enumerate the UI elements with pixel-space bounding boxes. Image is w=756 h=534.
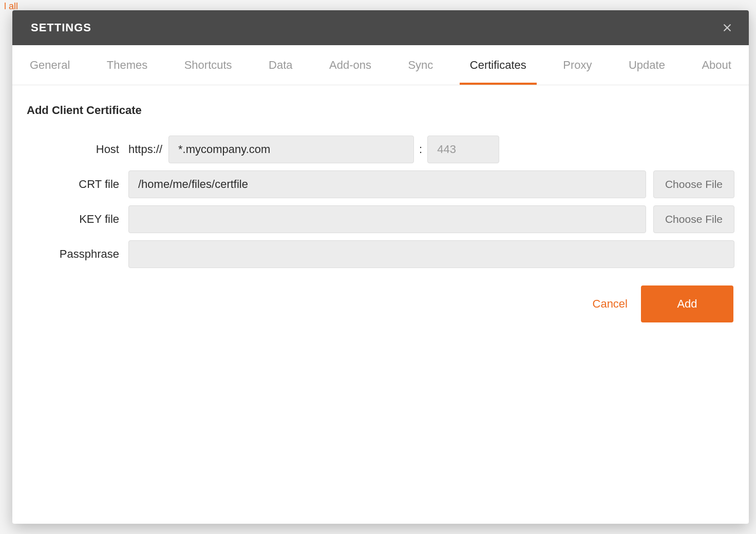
close-icon bbox=[722, 23, 732, 33]
form-actions: Cancel Add bbox=[27, 285, 734, 322]
passphrase-label: Passphrase bbox=[27, 247, 128, 261]
tab-sync[interactable]: Sync bbox=[405, 46, 436, 84]
passphrase-input[interactable] bbox=[128, 240, 734, 268]
tab-about[interactable]: About bbox=[698, 46, 734, 84]
crt-row: CRT file Choose File bbox=[27, 170, 734, 198]
host-label: Host bbox=[27, 143, 128, 156]
section-title: Add Client Certificate bbox=[27, 104, 734, 117]
tab-themes[interactable]: Themes bbox=[104, 46, 150, 84]
tab-general[interactable]: General bbox=[27, 46, 73, 84]
host-port-separator: : bbox=[419, 143, 422, 156]
host-row: Host https:// : bbox=[27, 136, 734, 163]
host-prefix: https:// bbox=[128, 143, 162, 156]
crt-choose-file-button[interactable]: Choose File bbox=[653, 170, 734, 198]
tab-certificates[interactable]: Certificates bbox=[467, 46, 530, 84]
close-button[interactable] bbox=[718, 18, 736, 37]
tab-update[interactable]: Update bbox=[626, 46, 668, 84]
cancel-button[interactable]: Cancel bbox=[593, 297, 628, 311]
host-input[interactable] bbox=[168, 136, 414, 163]
tab-proxy[interactable]: Proxy bbox=[560, 46, 595, 84]
key-file-input[interactable] bbox=[128, 205, 646, 233]
modal-title: SETTINGS bbox=[31, 21, 91, 34]
tab-shortcuts[interactable]: Shortcuts bbox=[181, 46, 235, 84]
crt-file-input[interactable] bbox=[128, 170, 646, 198]
key-label: KEY file bbox=[27, 213, 128, 226]
tabs-bar: General Themes Shortcuts Data Add-ons Sy… bbox=[12, 45, 749, 85]
settings-content: Add Client Certificate Host https:// : C… bbox=[12, 85, 749, 524]
passphrase-row: Passphrase bbox=[27, 240, 734, 268]
crt-label: CRT file bbox=[27, 178, 128, 191]
tab-data[interactable]: Data bbox=[266, 46, 295, 84]
key-row: KEY file Choose File bbox=[27, 205, 734, 233]
port-input[interactable] bbox=[427, 136, 499, 163]
key-choose-file-button[interactable]: Choose File bbox=[653, 205, 734, 233]
add-button[interactable]: Add bbox=[641, 285, 733, 322]
settings-modal: SETTINGS General Themes Shortcuts Data A… bbox=[12, 10, 749, 524]
tab-add-ons[interactable]: Add-ons bbox=[326, 46, 374, 84]
modal-header: SETTINGS bbox=[12, 10, 749, 45]
